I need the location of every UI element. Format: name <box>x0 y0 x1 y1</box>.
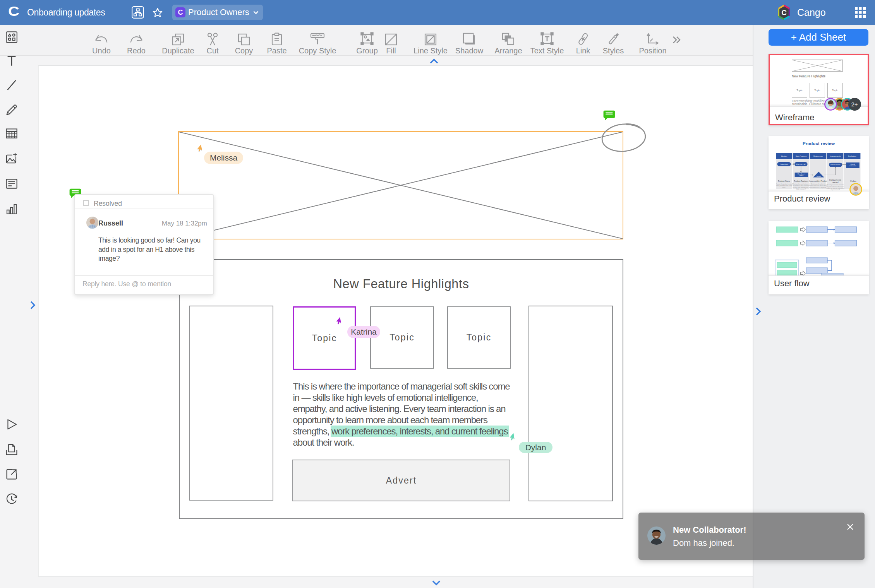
svg-text:What are the main features of: What are the main features of <box>793 183 810 185</box>
svg-text:work?: work? <box>800 175 803 176</box>
svg-text:the product better? What steps: the product better? What steps <box>826 186 844 188</box>
svg-text:Why was this product created?: Why was this product created? <box>776 183 793 185</box>
svg-text:Evaluation: Evaluation <box>848 155 856 157</box>
svg-text:What issues lie within the: What issues lie within the <box>811 183 825 185</box>
svg-text:Product birth: Product birth <box>780 164 788 165</box>
svg-text:Issues: Issues <box>817 176 821 177</box>
svg-text:How does it: How does it <box>798 173 806 175</box>
svg-text:Made my users?: Made my users? <box>796 188 806 190</box>
svg-text:Improvements: Improvements <box>830 155 841 157</box>
svg-text:What can it do?: What can it do? <box>796 164 806 165</box>
svg-text:evaluation: evaluation <box>849 165 856 167</box>
svg-text:What improvements will make: What improvements will make <box>827 184 844 186</box>
svg-text:Improvements: Improvements <box>829 179 842 181</box>
svg-text:the product? What functions,: the product? What functions, <box>793 185 810 186</box>
svg-text:Issues within Product: Issues within Product <box>809 180 827 182</box>
svg-text:Weaknesses: Weaknesses <box>813 155 824 157</box>
svg-text:Product Features: Product Features <box>794 180 808 182</box>
svg-text:Ideation: Ideation <box>781 155 787 157</box>
svg-text:needed: needed <box>832 181 839 183</box>
svg-text:What does it lack? Any bugs?: What does it lack? Any bugs? <box>810 187 827 188</box>
svg-text:What problems does it help: What problems does it help <box>776 185 792 186</box>
svg-text:facilities, and interoperable: facilities, and interoperable d <box>793 187 810 188</box>
svg-text:solve?: solve? <box>782 187 786 188</box>
svg-text:Update: Update <box>850 180 856 182</box>
svg-text:C: C <box>781 9 787 17</box>
svg-text:product that users dislike mos: product that users dislike most? <box>809 185 827 186</box>
svg-text:Enhancements: Enhancements <box>830 164 840 166</box>
svg-text:Main Features: Main Features <box>796 155 807 157</box>
svg-text:Product Name: Product Name <box>778 180 791 182</box>
